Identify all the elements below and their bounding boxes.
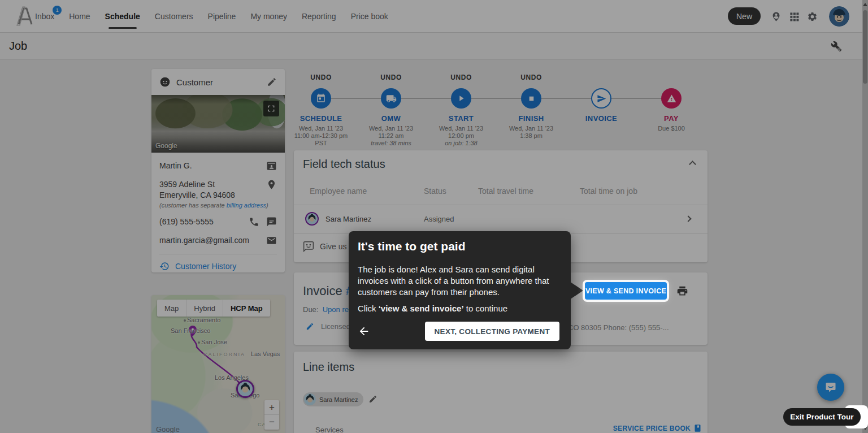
tour-dim-overlay	[0, 0, 868, 433]
job-page: Inbox 1 Home Schedule Customers Pipeline…	[0, 0, 868, 433]
tour-cta-line: Click ‘view & send invoice’ to continue	[358, 304, 507, 313]
tour-body: The job is done! Alex and Sara can send …	[358, 264, 562, 298]
tour-next-button[interactable]: NEXT, COLLECTING PAYMENT	[425, 322, 559, 341]
tour-tooltip: It's time to get paid The job is done! A…	[349, 231, 571, 349]
tour-back-arrow-icon[interactable]	[358, 325, 370, 337]
tour-title: It's time to get paid	[358, 240, 466, 253]
view-send-invoice-button[interactable]: VIEW & SEND INVOICE	[585, 282, 667, 300]
exit-product-tour-button[interactable]: Exit Product Tour	[783, 408, 861, 426]
